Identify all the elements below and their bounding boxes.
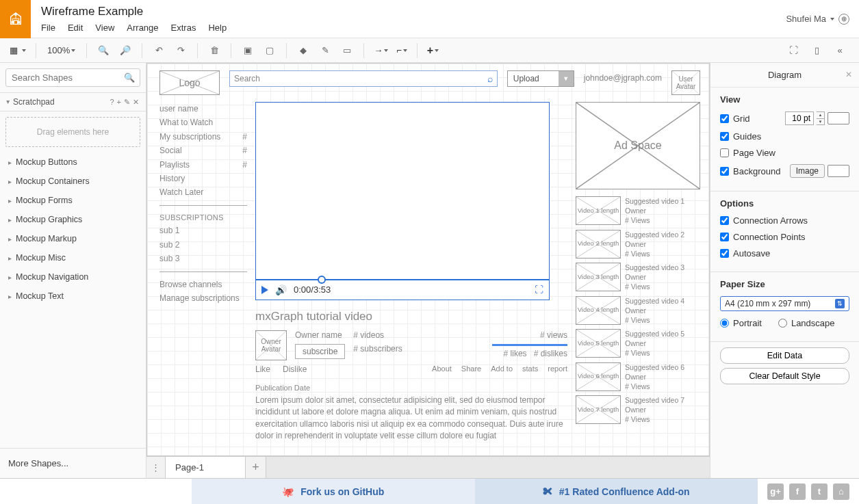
guides-checkbox[interactable] xyxy=(720,132,729,141)
wf-video-player[interactable]: 🔊 0:00/3:53 ⛶ xyxy=(255,102,550,300)
scratchpad-close-icon[interactable]: ✕ xyxy=(133,98,139,107)
background-image-button[interactable]: Image xyxy=(790,164,825,178)
wf-owner-avatar[interactable]: Owner Avatar xyxy=(255,330,287,360)
grid-size-input[interactable] xyxy=(785,111,814,125)
menu-file[interactable]: File xyxy=(41,23,55,33)
more-shapes-button[interactable]: More Shapes... xyxy=(0,448,146,478)
wf-nav-watchlater[interactable]: Watch Later xyxy=(159,185,247,199)
category-mockup-containers[interactable]: Mockup Containers xyxy=(0,172,146,191)
wf-nav-manage[interactable]: Manage subscriptions xyxy=(159,291,247,305)
page-tab-1[interactable]: Page-1 xyxy=(166,457,246,478)
github-social-icon[interactable]: ⌂ xyxy=(833,483,849,500)
panel-close-icon[interactable]: ✕ xyxy=(845,70,852,79)
category-mockup-forms[interactable]: Mockup Forms xyxy=(0,191,146,210)
wf-nav-sub1[interactable]: sub 1 xyxy=(159,224,247,237)
page-tab-menu[interactable]: ⋮ xyxy=(146,457,166,478)
wf-dislike-button[interactable]: Dislike xyxy=(283,364,307,374)
wf-suggested-row[interactable]: Video 4 length Suggested video 4 Owner #… xyxy=(576,296,700,326)
wf-ad-space[interactable]: Ad Space xyxy=(576,102,700,189)
wf-action-addto[interactable]: Add to xyxy=(491,364,513,374)
fullscreen-icon[interactable]: ⛶ xyxy=(535,284,543,295)
wf-nav-subscriptions[interactable]: My subscriptions xyxy=(159,130,220,144)
edit-data-button[interactable]: Edit Data xyxy=(720,347,849,364)
app-logo[interactable] xyxy=(0,0,31,38)
insert-dropdown[interactable]: + xyxy=(424,44,441,57)
wf-suggested-row[interactable]: Video 6 length Suggested video 6 Owner #… xyxy=(576,362,700,392)
wf-subscribe-button[interactable]: subscribe xyxy=(295,344,345,359)
menu-edit[interactable]: Edit xyxy=(68,23,83,33)
wf-user-avatar[interactable]: User Avatar xyxy=(671,70,700,95)
wf-upload-caret[interactable]: ▼ xyxy=(559,71,574,86)
category-mockup-navigation[interactable]: Mockup Navigation xyxy=(0,267,146,287)
wf-nav-sub2[interactable]: sub 2 xyxy=(159,238,247,252)
menu-arrange[interactable]: Arrange xyxy=(127,23,158,33)
wf-logo-placeholder[interactable]: Logo xyxy=(159,70,220,95)
page-tab-add[interactable]: + xyxy=(246,457,266,478)
wf-suggested-row[interactable]: Video 7 length Suggested video 7 Owner #… xyxy=(576,395,700,425)
github-link[interactable]: 🐙 Fork us on GitHub xyxy=(192,479,475,504)
view-mode-dropdown[interactable]: ▦ xyxy=(7,45,29,56)
autosave-checkbox[interactable] xyxy=(720,249,729,258)
wf-suggested-thumb[interactable]: Video 7 length xyxy=(576,395,621,424)
googleplus-icon[interactable]: g+ xyxy=(767,483,784,500)
category-mockup-misc[interactable]: Mockup Misc xyxy=(0,248,146,267)
search-icon[interactable]: 🔍 xyxy=(124,72,135,83)
scratchpad-dropzone[interactable]: Drag elements here xyxy=(5,117,140,147)
scratchpad-help-icon[interactable]: ? xyxy=(110,98,114,107)
wf-nav-social[interactable]: Social xyxy=(159,144,182,157)
wf-nav-username[interactable]: user name xyxy=(159,102,247,116)
confluence-link[interactable]: ✀ #1 Rated Confluence Add-on xyxy=(475,479,758,504)
portrait-radio[interactable] xyxy=(720,319,729,328)
volume-icon[interactable]: 🔊 xyxy=(275,284,287,295)
grid-size-stepper[interactable]: ▲▼ xyxy=(817,111,825,125)
to-front-button[interactable]: ▣ xyxy=(238,42,257,59)
zoom-in-button[interactable]: 🔍 xyxy=(94,42,113,59)
scratchpad-add-icon[interactable]: + xyxy=(117,98,121,107)
user-dropdown-caret[interactable] xyxy=(830,18,834,21)
wf-nav-browse[interactable]: Browse channels xyxy=(159,278,247,291)
wf-like-button[interactable]: Like xyxy=(255,364,270,374)
menu-view[interactable]: View xyxy=(95,23,114,33)
zoom-out-button[interactable]: 🔎 xyxy=(116,42,135,59)
wf-suggested-thumb[interactable]: Video 4 length xyxy=(576,296,621,325)
pageview-checkbox[interactable] xyxy=(720,148,729,157)
wf-action-stats[interactable]: stats xyxy=(522,364,538,374)
connection-dropdown[interactable]: → xyxy=(371,45,391,55)
redo-button[interactable]: ↷ xyxy=(171,42,190,59)
wf-nav-sub3[interactable]: sub 3 xyxy=(159,252,247,265)
wf-action-about[interactable]: About xyxy=(432,364,452,374)
wf-action-report[interactable]: report xyxy=(548,364,567,374)
wf-video-scrubber[interactable] xyxy=(256,276,549,284)
wf-nav-playlists[interactable]: Playlists xyxy=(159,158,190,172)
wf-action-share[interactable]: Share xyxy=(461,364,481,374)
zoom-dropdown[interactable]: 100% xyxy=(43,45,79,55)
twitter-icon[interactable]: t xyxy=(811,483,828,500)
wf-suggested-thumb[interactable]: Video 1 length xyxy=(576,196,621,225)
menu-help[interactable]: Help xyxy=(208,23,227,33)
scratchpad-toggle[interactable]: ▸ xyxy=(5,101,12,104)
delete-button[interactable]: 🗑 xyxy=(205,42,224,59)
category-mockup-markup[interactable]: Mockup Markup xyxy=(0,229,146,248)
scratchpad-edit-icon[interactable]: ✎ xyxy=(124,98,130,107)
waypoint-dropdown[interactable]: ⌐ xyxy=(394,45,410,55)
to-back-button[interactable]: ▢ xyxy=(260,42,279,59)
grid-color-swatch[interactable] xyxy=(828,112,849,124)
paper-size-select[interactable]: A4 (210 mm x 297 mm) ⇅ xyxy=(720,296,849,311)
play-icon[interactable] xyxy=(261,286,268,294)
undo-button[interactable]: ↶ xyxy=(149,42,168,59)
background-color-swatch[interactable] xyxy=(828,165,849,177)
wf-suggested-thumb[interactable]: Video 6 length xyxy=(576,362,621,391)
shadow-button[interactable]: ▭ xyxy=(337,42,357,59)
wf-suggested-thumb[interactable]: Video 2 length xyxy=(576,230,621,258)
wf-suggested-thumb[interactable]: Video 3 length xyxy=(576,263,621,291)
username[interactable]: Shufei Ma xyxy=(786,14,826,24)
collapse-button[interactable]: « xyxy=(830,42,849,59)
wf-upload-dropdown[interactable]: Upload ▼ xyxy=(507,70,574,87)
line-color-button[interactable]: ✎ xyxy=(316,42,335,59)
facebook-icon[interactable]: f xyxy=(789,483,806,500)
wf-nav-history[interactable]: History xyxy=(159,172,247,185)
wf-suggested-row[interactable]: Video 5 length Suggested video 5 Owner #… xyxy=(576,329,700,358)
clear-style-button[interactable]: Clear Default Style xyxy=(720,368,849,384)
grid-checkbox[interactable] xyxy=(720,114,729,123)
fill-color-button[interactable]: ◆ xyxy=(294,42,313,59)
